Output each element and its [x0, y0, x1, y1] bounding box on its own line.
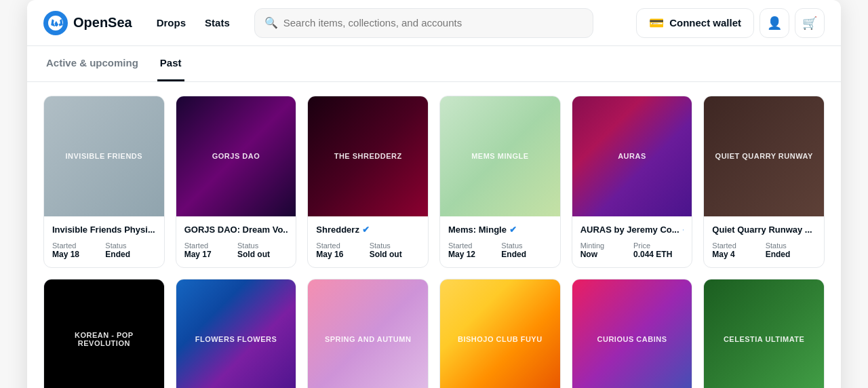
- drop-card[interactable]: Curious Cabins Curious Cabins #50 - Car.…: [572, 279, 693, 388]
- card-title: Mems: Mingle ✔: [448, 225, 552, 235]
- card-meta: Started May 18 Status Ended: [52, 241, 156, 259]
- card-title: Invisible Friends Physi... ✔: [52, 225, 156, 235]
- meta-label: Status: [237, 241, 288, 250]
- drop-card[interactable]: Mems Mingle Mems: Mingle ✔ Started May 1…: [439, 96, 561, 268]
- meta-item: Started May 4: [712, 241, 762, 259]
- app-window: OpenSea Drops Stats 🔍 💳 Connect wallet 👤…: [27, 0, 841, 388]
- card-title: GORJS DAO: Dream Vo... ✔: [184, 225, 288, 235]
- meta-label: Started: [712, 241, 762, 250]
- card-image-text: Quiet Quarry Runway: [710, 147, 818, 166]
- tab-past[interactable]: Past: [157, 46, 184, 81]
- card-image: Bishojo Club Fuyu: [440, 279, 560, 388]
- card-meta: Minting Now Price 0.044 ETH: [580, 241, 684, 259]
- connect-wallet-label: Connect wallet: [669, 17, 741, 28]
- card-image-text: Bishojo Club Fuyu: [452, 330, 548, 349]
- connect-wallet-button[interactable]: 💳 Connect wallet: [636, 8, 754, 38]
- search-icon: 🔍: [264, 16, 278, 29]
- logo-icon: [43, 11, 68, 35]
- meta-label: Status: [766, 241, 816, 250]
- cart-button[interactable]: 🛒: [795, 8, 825, 38]
- meta-value: May 12: [448, 250, 498, 259]
- drop-card[interactable]: Flowers Flowers Flowers Flowers Flowe...…: [176, 279, 297, 388]
- drop-card[interactable]: Invisible Friends Invisible Friends Phys…: [43, 96, 165, 268]
- meta-item: Status Ended: [501, 241, 551, 259]
- drop-card[interactable]: Spring and Autumn Spring and Autumn by..…: [307, 279, 429, 388]
- tab-active-upcoming[interactable]: Active & upcoming: [43, 46, 141, 81]
- card-meta: Started May 17 Status Sold out: [184, 241, 288, 259]
- meta-label: Started: [316, 241, 366, 250]
- card-image: GORJS DAO: [176, 96, 296, 216]
- card-title-text: Shredderz: [316, 225, 359, 235]
- meta-value: May 4: [712, 250, 762, 259]
- card-body: Invisible Friends Physi... ✔ Started May…: [44, 216, 164, 267]
- meta-value: Now: [580, 250, 631, 259]
- card-image-text: auras: [612, 147, 652, 166]
- card-body: Shredderz ✔ Started May 16 Status Sold o…: [308, 216, 428, 267]
- card-title-text: GORJS DAO: Dream Vo...: [184, 225, 288, 235]
- search-input[interactable]: [283, 17, 583, 28]
- card-title: AURAS by Jeremy Co... ✔: [580, 225, 684, 235]
- meta-item: Status Ended: [766, 241, 816, 259]
- card-image: Celestia Ultimate: [704, 279, 824, 388]
- meta-value: May 17: [184, 250, 235, 259]
- card-title-text: Quiet Quarry Runway ...: [712, 225, 812, 235]
- card-image: The Shredderz: [308, 96, 428, 216]
- meta-label: Started: [52, 241, 102, 250]
- card-image: Spring and Autumn: [308, 279, 428, 388]
- card-image-text: Invisible Friends: [60, 147, 149, 166]
- meta-value: Sold out: [237, 250, 288, 259]
- meta-label: Price: [633, 241, 684, 250]
- card-body: Quiet Quarry Runway ... ✔ Started May 4 …: [704, 216, 824, 267]
- search-bar[interactable]: 🔍: [254, 8, 593, 38]
- meta-item: Status Sold out: [370, 241, 420, 259]
- meta-value: May 16: [316, 250, 366, 259]
- card-title: Quiet Quarry Runway ... ✔: [712, 225, 816, 235]
- card-title-text: AURAS by Jeremy Co...: [580, 225, 679, 235]
- meta-value: May 18: [52, 250, 102, 259]
- meta-item: Started May 17: [184, 241, 235, 259]
- drop-card[interactable]: Bishojo Club Fuyu Bishojo Club: Fuyu Sta…: [439, 279, 561, 388]
- card-image: Curious Cabins: [572, 279, 692, 388]
- drops-grid: Invisible Friends Invisible Friends Phys…: [27, 82, 841, 388]
- card-image: auras: [572, 96, 692, 216]
- card-meta: Started May 16 Status Sold out: [316, 241, 420, 259]
- header: OpenSea Drops Stats 🔍 💳 Connect wallet 👤…: [27, 0, 841, 46]
- meta-value: Ended: [501, 250, 551, 259]
- card-image-text: Flowers Flowers: [190, 330, 283, 349]
- card-body: Mems: Mingle ✔ Started May 12 Status End…: [440, 216, 560, 267]
- card-body: GORJS DAO: Dream Vo... ✔ Started May 17 …: [176, 216, 296, 267]
- drop-card[interactable]: KOREAN - POP REVOLUTION OrangeHare prese…: [43, 279, 165, 388]
- meta-label: Minting: [580, 241, 631, 250]
- meta-item: Started May 12: [448, 241, 498, 259]
- meta-item: Minting Now: [580, 241, 631, 259]
- card-image-text: Curious Cabins: [592, 330, 673, 349]
- account-button[interactable]: 👤: [760, 8, 789, 38]
- opensea-logo-svg: [48, 16, 63, 31]
- meta-item: Status Ended: [105, 241, 155, 259]
- logo[interactable]: OpenSea: [43, 11, 132, 35]
- card-title: Shredderz ✔: [316, 225, 420, 235]
- drop-card[interactable]: Celestia Ultimate Celestia Ultimate - So…: [703, 279, 825, 388]
- drop-card[interactable]: GORJS DAO GORJS DAO: Dream Vo... ✔ Start…: [176, 96, 297, 268]
- card-image: Mems Mingle: [440, 96, 560, 216]
- drop-card[interactable]: Quiet Quarry Runway Quiet Quarry Runway …: [703, 96, 825, 268]
- card-image-text: GORJS DAO: [207, 147, 266, 166]
- nav-drops[interactable]: Drops: [149, 12, 194, 34]
- card-meta: Started May 12 Status Ended: [448, 241, 552, 259]
- card-image: Invisible Friends: [44, 96, 164, 216]
- drop-card[interactable]: auras AURAS by Jeremy Co... ✔ Minting No…: [572, 96, 693, 268]
- card-body: AURAS by Jeremy Co... ✔ Minting Now Pric…: [572, 216, 692, 267]
- meta-label: Started: [448, 241, 498, 250]
- meta-value: 0.044 ETH: [633, 250, 684, 259]
- card-image-text: The Shredderz: [329, 147, 408, 166]
- verified-icon: ✔: [509, 225, 517, 235]
- meta-value: Sold out: [370, 250, 420, 259]
- nav-stats[interactable]: Stats: [197, 12, 238, 34]
- tabs-bar: Active & upcoming Past: [27, 46, 841, 82]
- meta-item: Started May 16: [316, 241, 366, 259]
- card-image-text: Mems Mingle: [466, 147, 534, 166]
- verified-icon: ✔: [682, 225, 684, 235]
- meta-label: Status: [501, 241, 551, 250]
- meta-label: Status: [370, 241, 420, 250]
- drop-card[interactable]: The Shredderz Shredderz ✔ Started May 16…: [307, 96, 429, 268]
